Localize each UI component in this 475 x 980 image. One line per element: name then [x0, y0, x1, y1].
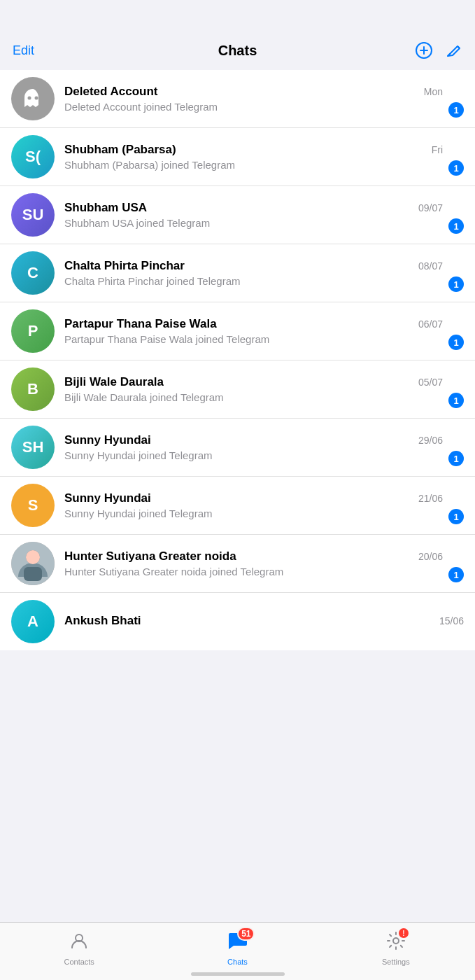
chat-name: Partapur Thana Paise Wala — [64, 317, 217, 331]
list-item[interactable]: CChalta Phirta Pinchar08/07Chalta Phirta… — [0, 244, 475, 302]
settings-label: Settings — [382, 958, 410, 966]
tab-bar: Contacts 51 Chats ! Settings — [0, 922, 475, 980]
svg-point-3 — [28, 97, 31, 100]
unread-badge: 1 — [448, 509, 464, 524]
tab-contacts[interactable]: Contacts — [0, 925, 158, 966]
avatar: SH — [11, 426, 55, 469]
list-item[interactable]: SUShubham USA09/07Shubham USA joined Tel… — [0, 186, 475, 244]
unread-badge: 1 — [448, 160, 464, 176]
chat-preview: Chalta Phirta Pinchar joined Telegram — [64, 275, 443, 287]
chat-content: Ankush Bhati15/06 — [64, 614, 464, 630]
chat-name: Chalta Phirta Pinchar — [64, 259, 185, 273]
home-indicator — [191, 972, 285, 976]
chat-preview: Hunter Sutiyana Greater noida joined Tel… — [64, 566, 443, 578]
list-item[interactable]: SHSunny Hyundai29/06Sunny Hyundai joined… — [0, 419, 475, 477]
chat-name: Shubham USA — [64, 201, 147, 215]
chat-name: Shubham (Pabarsa) — [64, 143, 176, 157]
avatar: A — [11, 600, 55, 643]
contacts-label: Contacts — [64, 958, 94, 966]
compose-icon[interactable] — [444, 41, 462, 59]
chat-content: Deleted AccountMonDeleted Account joined… — [64, 85, 443, 113]
unread-badge: 1 — [448, 102, 464, 118]
list-item[interactable]: Hunter Sutiyana Greater noida20/06Hunter… — [0, 535, 475, 593]
chat-time: Mon — [424, 86, 443, 97]
chat-preview: Bijli Wale Daurala joined Telegram — [64, 391, 443, 403]
chat-content: Partapur Thana Paise Wala06/07Partapur T… — [64, 317, 443, 345]
chat-name: Hunter Sutiyana Greater noida — [64, 550, 236, 564]
avatar: P — [11, 309, 55, 353]
new-channel-icon[interactable] — [415, 41, 433, 59]
chat-time: 21/06 — [418, 493, 443, 504]
list-item[interactable]: Deleted AccountMonDeleted Account joined… — [0, 70, 475, 128]
chat-name: Sunny Hyundai — [64, 491, 151, 505]
chat-content: Shubham USA09/07Shubham USA joined Teleg… — [64, 201, 443, 229]
unread-badge: 1 — [448, 393, 464, 408]
chats-label: Chats — [227, 958, 248, 966]
chat-preview: Sunny Hyundai joined Telegram — [64, 449, 443, 461]
nav-left: Edit — [13, 43, 34, 58]
list-item[interactable]: AAnkush Bhati15/06 — [0, 593, 475, 650]
chat-time: 06/07 — [418, 318, 443, 330]
edit-button[interactable]: Edit — [13, 43, 34, 58]
svg-point-4 — [35, 97, 38, 100]
unread-badge: 1 — [448, 567, 464, 582]
chat-time: 08/07 — [418, 260, 443, 272]
chat-preview: Partapur Thana Paise Wala joined Telegra… — [64, 333, 443, 345]
chat-preview: Sunny Hyundai joined Telegram — [64, 507, 443, 519]
list-item[interactable]: BBijli Wale Daurala05/07Bijli Wale Daura… — [0, 360, 475, 419]
chats-badge: 51 — [237, 927, 255, 941]
chat-time: 05/07 — [418, 377, 443, 388]
avatar — [11, 77, 55, 120]
chat-time: 29/06 — [418, 435, 443, 446]
avatar: S — [11, 484, 55, 527]
chats-icon: 51 — [227, 931, 248, 955]
chat-content: Chalta Phirta Pinchar08/07Chalta Phirta … — [64, 259, 443, 287]
chat-content: Sunny Hyundai21/06Sunny Hyundai joined T… — [64, 491, 443, 519]
chat-content: Sunny Hyundai29/06Sunny Hyundai joined T… — [64, 433, 443, 461]
chat-list: Deleted AccountMonDeleted Account joined… — [0, 70, 475, 650]
list-item[interactable]: SSunny Hyundai21/06Sunny Hyundai joined … — [0, 477, 475, 535]
chat-time: Fri — [432, 144, 443, 155]
chat-time: 15/06 — [439, 615, 464, 626]
settings-alert-badge: ! — [399, 928, 409, 938]
avatar — [11, 542, 55, 585]
tab-settings[interactable]: ! Settings — [317, 925, 475, 966]
chat-preview: Shubham USA joined Telegram — [64, 217, 443, 229]
avatar: B — [11, 368, 55, 411]
chat-name: Deleted Account — [64, 85, 158, 99]
unread-badge: 1 — [448, 451, 464, 466]
chat-name: Sunny Hyundai — [64, 433, 151, 447]
chat-name: Bijli Wale Daurala — [64, 375, 164, 389]
list-item[interactable]: PPartapur Thana Paise Wala06/07Partapur … — [0, 302, 475, 360]
svg-rect-8 — [24, 567, 42, 581]
chat-name: Ankush Bhati — [64, 614, 141, 628]
content-area: Deleted AccountMonDeleted Account joined… — [0, 70, 475, 708]
chat-preview: Shubham (Pabarsa) joined Telegram — [64, 159, 443, 171]
chat-content: Shubham (Pabarsa)FriShubham (Pabarsa) jo… — [64, 143, 443, 171]
svg-point-9 — [26, 550, 40, 564]
chat-content: Bijli Wale Daurala05/07Bijli Wale Daural… — [64, 375, 443, 403]
chat-content: Hunter Sutiyana Greater noida20/06Hunter… — [64, 550, 443, 578]
settings-icon: ! — [386, 931, 406, 955]
chat-time: 20/06 — [418, 551, 443, 562]
page-title: Chats — [218, 43, 257, 59]
avatar: S( — [11, 135, 55, 178]
status-bar — [0, 0, 475, 31]
avatar: SU — [11, 193, 55, 237]
unread-badge: 1 — [448, 276, 464, 292]
unread-badge: 1 — [448, 218, 464, 234]
unread-badge: 1 — [448, 335, 464, 350]
chat-time: 09/07 — [418, 202, 443, 214]
chat-preview: Deleted Account joined Telegram — [64, 101, 443, 113]
list-item[interactable]: S(Shubham (Pabarsa)FriShubham (Pabarsa) … — [0, 128, 475, 186]
avatar: C — [11, 251, 55, 295]
nav-right — [415, 41, 462, 59]
svg-point-11 — [393, 938, 399, 944]
navigation-bar: Edit Chats — [0, 31, 475, 70]
tab-chats[interactable]: 51 Chats — [158, 925, 316, 966]
contacts-icon — [69, 931, 89, 955]
